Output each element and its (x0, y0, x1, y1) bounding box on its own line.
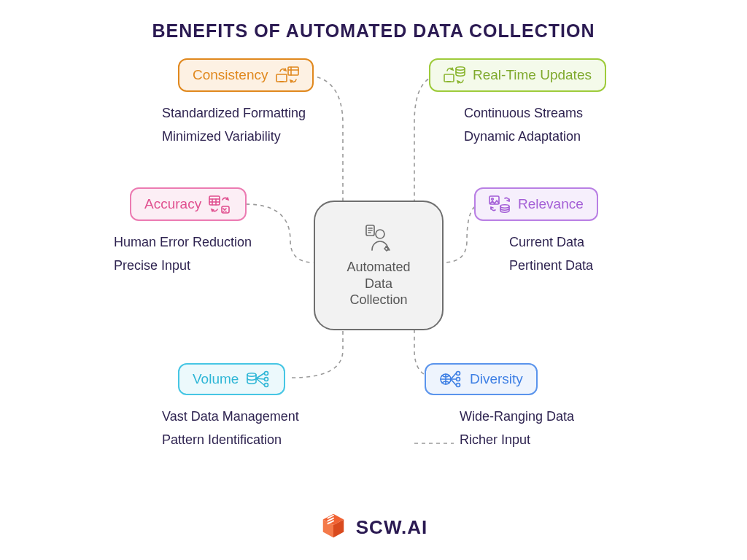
bullet: Continuous Streams (464, 102, 606, 125)
bullet: Precise Input (114, 254, 252, 278)
svg-rect-8 (288, 67, 298, 75)
benefit-relevance: Relevance Current Data Pertinent Data (474, 187, 598, 277)
svg-line-36 (451, 379, 456, 385)
svg-point-24 (265, 372, 268, 376)
footer-brand: SCW.AI (0, 512, 747, 542)
bullet: Minimized Variability (162, 125, 314, 149)
consistency-bullets: Standardized Formatting Minimized Variab… (162, 102, 314, 148)
diversity-label: Diversity (470, 371, 523, 387)
sync-db-icon (444, 66, 465, 85)
svg-point-25 (265, 378, 268, 381)
bullet: Pertinent Data (509, 254, 598, 278)
benefit-realtime: Real-Time Updates Continuous Streams Dyn… (429, 58, 606, 148)
center-label: AutomatedDataCollection (347, 259, 410, 308)
bullet: Wide-Ranging Data (460, 405, 574, 429)
realtime-pill: Real-Time Updates (429, 58, 606, 92)
realtime-label: Real-Time Updates (473, 67, 592, 83)
bullet: Vast Data Management (162, 405, 299, 429)
brand-text: SCW.AI (356, 516, 427, 539)
user-data-icon (362, 222, 395, 253)
svg-point-13 (456, 67, 465, 70)
globe-nodes-icon (439, 370, 462, 388)
svg-point-23 (247, 373, 256, 376)
svg-rect-14 (209, 196, 220, 205)
svg-point-33 (457, 384, 460, 387)
bullet: Human Error Reduction (114, 231, 252, 254)
accuracy-label: Accuracy (144, 196, 201, 212)
svg-point-21 (492, 198, 494, 201)
scw-cube-icon (320, 512, 347, 542)
image-db-icon (489, 195, 511, 214)
relevance-pill: Relevance (474, 187, 598, 221)
svg-point-31 (457, 372, 460, 376)
db-nodes-icon (246, 370, 271, 388)
sync-table-icon (276, 66, 299, 85)
relevance-label: Relevance (518, 196, 584, 212)
center-node: AutomatedDataCollection (314, 201, 444, 330)
svg-line-34 (451, 373, 456, 379)
svg-point-32 (457, 378, 460, 381)
bullet: Richer Input (460, 429, 574, 452)
bullet: Dynamic Adaptation (464, 125, 606, 149)
svg-rect-11 (444, 74, 454, 82)
volume-label: Volume (193, 371, 239, 387)
svg-point-22 (500, 205, 509, 208)
benefit-volume: Volume Vast Data Management Pattern Iden… (178, 363, 299, 451)
accuracy-pill: Accuracy (130, 187, 247, 221)
benefit-accuracy: Accuracy Human Error Reduction Precise I… (130, 187, 252, 277)
page-title: BENEFITS OF AUTOMATED DATA COLLECTION (0, 20, 747, 42)
svg-point-1 (376, 230, 384, 238)
relevance-bullets: Current Data Pertinent Data (509, 231, 598, 277)
consistency-label: Consistency (193, 67, 268, 83)
consistency-pill: Consistency (178, 58, 314, 92)
realtime-bullets: Continuous Streams Dynamic Adaptation (464, 102, 606, 148)
svg-rect-6 (276, 74, 287, 82)
volume-pill: Volume (178, 363, 285, 395)
svg-line-27 (256, 373, 264, 378)
benefit-diversity: Diversity Wide-Ranging Data Richer Input (425, 363, 574, 451)
calc-xfer-icon (209, 195, 232, 214)
svg-point-26 (265, 384, 268, 387)
bullet: Pattern Identification (162, 429, 299, 452)
bullet: Current Data (509, 231, 598, 254)
volume-bullets: Vast Data Management Pattern Identificat… (162, 405, 299, 451)
diversity-bullets: Wide-Ranging Data Richer Input (460, 405, 574, 451)
accuracy-bullets: Human Error Reduction Precise Input (114, 231, 252, 277)
bullet: Standardized Formatting (162, 102, 314, 125)
benefit-consistency: Consistency Standardized Formatting Mini… (178, 58, 314, 148)
diversity-pill: Diversity (425, 363, 538, 395)
